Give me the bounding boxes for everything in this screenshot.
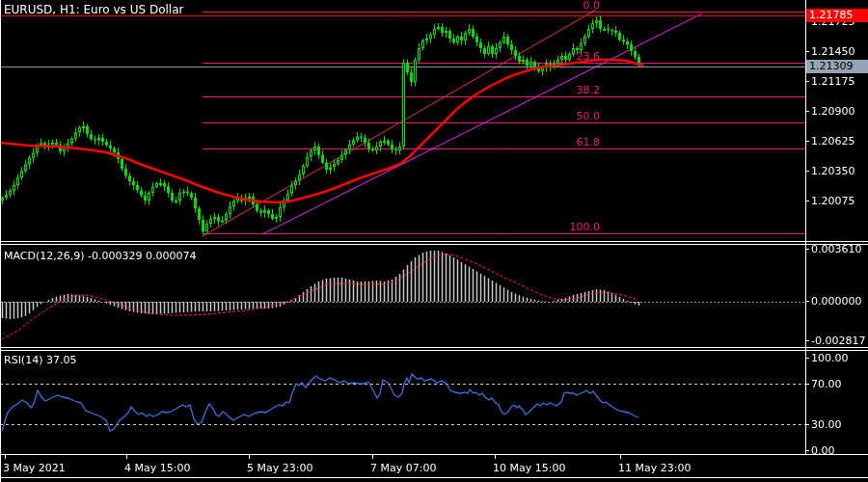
bid-line-badge: 1.21309 — [806, 60, 868, 73]
price-tick-label: 1.21450 — [811, 45, 855, 58]
fib-level-label: 61.8 — [542, 136, 600, 148]
macd-tick-label: -0.002817 — [811, 335, 865, 347]
time-tick-label: 4 May 15:00 — [124, 462, 190, 474]
time-tick-label: 5 May 23:00 — [247, 462, 312, 474]
price-tick-label: 1.20075 — [811, 195, 855, 207]
rsi-value: 37.05 — [46, 354, 77, 366]
macd-tick-label: 0.000000 — [811, 295, 862, 308]
price-tick-label: 1.20625 — [811, 135, 855, 147]
time-tick-label: 7 May 07:00 — [370, 462, 436, 474]
fib-level-label: 23.6 — [542, 50, 600, 63]
time-tick-label: 11 May 23:00 — [618, 462, 691, 474]
rsi-indicator-label: RSI(14) 37.05 — [4, 354, 76, 366]
macd-tick-label: 0.003610 — [811, 243, 862, 255]
chart-canvas[interactable] — [0, 0, 868, 482]
macd-signal-value: 0.000074 — [146, 250, 197, 262]
rsi-name: RSI(14) — [4, 354, 42, 366]
macd-name: MACD(12,26,9) — [4, 250, 85, 262]
chart-title: EURUSD, H1: Euro vs US Dollar — [4, 3, 183, 16]
price-tick-label: 1.21175 — [811, 75, 855, 88]
fib-level-label: 0.0 — [542, 0, 600, 12]
trading-chart-window: EURUSD, H1: Euro vs US Dollar MACD(12,26… — [0, 0, 868, 482]
time-tick-label: 10 May 15:00 — [493, 462, 565, 474]
macd-indicator-label: MACD(12,26,9) -0.000329 0.000074 — [4, 250, 197, 262]
rsi-tick-label: 30.00 — [811, 418, 842, 431]
rsi-tick-label: 70.00 — [811, 378, 842, 390]
fib-level-label: 38.2 — [542, 84, 600, 96]
macd-main-value: -0.000329 — [88, 250, 142, 262]
rsi-tick-label: 100.00 — [811, 352, 849, 364]
rsi-tick-label: 0.00 — [811, 444, 835, 457]
time-tick-label: 3 May 2021 — [3, 462, 66, 474]
price-tick-label: 1.20900 — [811, 105, 855, 118]
ask-line-badge: 1.21785 — [806, 9, 868, 22]
price-tick-label: 1.20350 — [811, 165, 855, 177]
fib-level-label: 100.0 — [542, 221, 600, 233]
fib-level-label: 50.0 — [542, 110, 600, 122]
